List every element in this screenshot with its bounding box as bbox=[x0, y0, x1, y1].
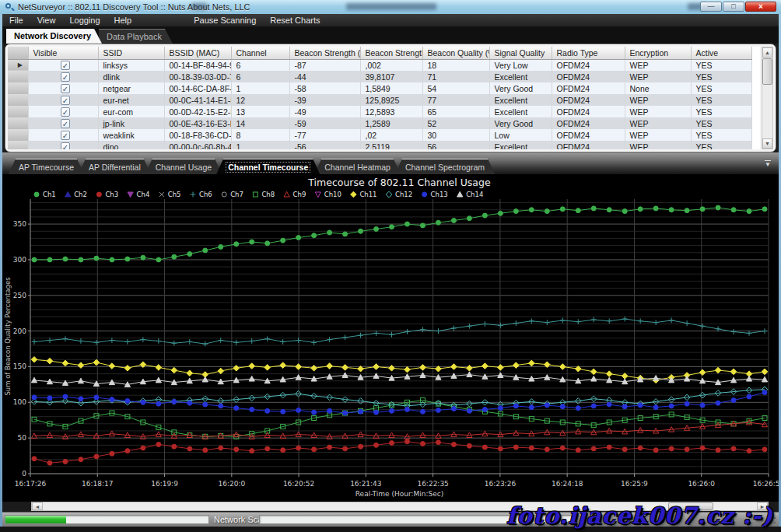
scrollbar-thumb[interactable] bbox=[762, 58, 772, 85]
chart-tabs-overflow-icon[interactable]: ▼ bbox=[765, 160, 771, 168]
cell-active: YES bbox=[691, 71, 751, 82]
cell-active: YES bbox=[691, 106, 751, 117]
cell-encryption: WEP bbox=[625, 59, 691, 71]
menu-logging[interactable]: Logging bbox=[62, 15, 107, 26]
table-row[interactable]: ✓dlink00-18-39-03-0D-7B6-4439,810771Exce… bbox=[8, 71, 751, 82]
chart-tab-channel-heatmap[interactable]: Channel Heatmap bbox=[314, 159, 401, 174]
cell-radio_type: OFDM24 bbox=[552, 59, 625, 71]
chart-tab-channel-timecourse[interactable]: Channel Timecourse bbox=[216, 159, 320, 174]
table-row[interactable]: ✓weaklink00-18-F8-36-CD-438-77,0230LowOF… bbox=[8, 129, 751, 141]
chart-tab-label: Channel Timecourse bbox=[226, 163, 310, 172]
row-selector[interactable] bbox=[8, 106, 28, 117]
cell-ssid: dlink bbox=[98, 71, 164, 82]
scroll-left-icon[interactable]: ◄ bbox=[32, 502, 43, 510]
column-header-beacon_mw[interactable]: Beacon Strength (m... bbox=[360, 47, 422, 59]
cell-channel: 8 bbox=[231, 129, 289, 141]
network-grid: VisibleSSIDBSSID (MAC)ChannelBeacon Stre… bbox=[8, 47, 760, 149]
close-icon[interactable]: × bbox=[745, 2, 776, 12]
chart-tab-channel-spectrogram[interactable]: Channel Spectrogram bbox=[395, 159, 495, 174]
cell-visible: ✓ bbox=[28, 94, 98, 106]
cell-ssid: eur-net bbox=[98, 94, 164, 106]
chart-tab-ap-timecourse[interactable]: AP Timecourse bbox=[9, 159, 84, 174]
cell-visible: ✓ bbox=[28, 129, 98, 141]
cell-beacon_mw: 2,5119 bbox=[360, 141, 422, 149]
row-selector[interactable] bbox=[8, 117, 28, 129]
cell-beacon_dbm: -59 bbox=[289, 117, 360, 129]
cell-beacon_quality: 77 bbox=[422, 94, 489, 106]
table-row[interactable]: ✓netgear00-14-6C-DA-8F-A81-581,584954Ver… bbox=[8, 82, 751, 94]
maximize-icon[interactable]: □ bbox=[723, 2, 744, 12]
row-selector[interactable] bbox=[8, 94, 28, 106]
visible-checkbox[interactable]: ✓ bbox=[61, 72, 70, 82]
chart-tab-channel-usage[interactable]: Channel Usage bbox=[145, 159, 222, 174]
svg-text:16:24:18: 16:24:18 bbox=[552, 480, 583, 488]
background-window-blur bbox=[346, 3, 436, 10]
svg-text:Ch11: Ch11 bbox=[359, 191, 376, 198]
visible-checkbox[interactable]: ✓ bbox=[61, 84, 70, 93]
svg-text:16:18:17: 16:18:17 bbox=[82, 480, 113, 488]
grid-vertical-scrollbar[interactable]: ▲ ▼ bbox=[762, 47, 773, 149]
svg-text:16:20:52: 16:20:52 bbox=[283, 480, 314, 488]
row-selector[interactable] bbox=[8, 141, 28, 149]
menu-help[interactable]: Help bbox=[107, 15, 139, 26]
scroll-down-icon[interactable]: ▼ bbox=[762, 138, 772, 149]
tab-network-discovery[interactable]: Network Discovery bbox=[6, 29, 102, 44]
visible-checkbox[interactable]: ✓ bbox=[61, 107, 70, 117]
legend-item-Ch1: Ch1 bbox=[34, 191, 56, 198]
svg-text:300: 300 bbox=[13, 256, 26, 264]
visible-checkbox[interactable]: ✓ bbox=[61, 142, 70, 149]
column-header-signal_quality[interactable]: Signal Quality bbox=[489, 47, 552, 59]
table-row[interactable]: ✓jp-link00-0E-43-16-E3-D714-591,258952Ve… bbox=[8, 117, 751, 129]
cell-radio_type: OFDM24 bbox=[552, 117, 625, 129]
column-header-visible[interactable]: Visible bbox=[28, 47, 98, 59]
svg-text:200: 200 bbox=[13, 327, 26, 335]
menu-view[interactable]: View bbox=[30, 15, 63, 26]
column-header-encryption[interactable]: Encryption bbox=[625, 47, 691, 59]
cell-ssid: jp-link bbox=[98, 117, 164, 129]
visible-checkbox[interactable]: ✓ bbox=[61, 119, 70, 128]
row-selector[interactable] bbox=[8, 129, 28, 141]
column-header-beacon_dbm[interactable]: Beacon Strength (d... bbox=[289, 47, 360, 59]
visible-checkbox[interactable]: ✓ bbox=[61, 131, 70, 140]
chart-tab-label: Channel Heatmap bbox=[324, 163, 390, 172]
column-header-beacon_quality[interactable]: Beacon Quality (%) bbox=[422, 47, 489, 59]
visible-checkbox[interactable]: ✓ bbox=[61, 96, 70, 105]
row-selector[interactable] bbox=[8, 71, 28, 82]
cell-visible: ✓ bbox=[28, 59, 98, 71]
window-controls: — □ × bbox=[700, 2, 776, 12]
legend-item-Ch14: Ch14 bbox=[457, 191, 484, 198]
menu-action-reset-charts[interactable]: Reset Charts bbox=[263, 15, 327, 26]
column-header-active[interactable]: Active bbox=[691, 47, 751, 59]
legend-item-Ch11: Ch11 bbox=[351, 191, 377, 198]
column-header-ssid[interactable]: SSID bbox=[98, 47, 164, 59]
cell-bssid: 00-00-0c-60-8b-41 bbox=[164, 141, 231, 149]
table-row[interactable]: ✓dino00-00-0c-60-8b-411-562,511956Excell… bbox=[8, 141, 751, 149]
row-selector-arrow-icon[interactable]: ▶ bbox=[8, 59, 28, 71]
cell-ssid: dino bbox=[98, 141, 164, 149]
menu-action-pause-scanning[interactable]: Pause Scanning bbox=[187, 15, 263, 26]
scroll-up-icon[interactable]: ▲ bbox=[762, 47, 772, 58]
visible-checkbox[interactable]: ✓ bbox=[61, 61, 70, 70]
minimize-icon[interactable]: — bbox=[700, 2, 722, 12]
tab-data-playback[interactable]: Data Playback bbox=[99, 29, 173, 44]
chart-tab-ap-differential[interactable]: AP Differential bbox=[79, 159, 151, 174]
cell-ssid: eur-com bbox=[98, 106, 164, 117]
column-header-bssid[interactable]: BSSID (MAC) bbox=[164, 47, 231, 59]
column-header-radio_type[interactable]: Radio Type bbox=[552, 47, 625, 59]
row-selector[interactable] bbox=[8, 82, 28, 94]
table-row[interactable]: ▶✓linksys00-14-BF-84-94-926-87,00218Very… bbox=[8, 59, 751, 71]
svg-text:Ch1: Ch1 bbox=[43, 191, 56, 198]
cell-ssid: netgear bbox=[98, 82, 164, 94]
cell-bssid: 00-0C-41-14-E1-D5 bbox=[164, 94, 231, 106]
menu-file[interactable]: File bbox=[2, 15, 30, 26]
column-header-channel[interactable]: Channel bbox=[231, 47, 289, 59]
cell-channel: 6 bbox=[231, 71, 289, 82]
svg-text:16:23:26: 16:23:26 bbox=[485, 480, 517, 488]
table-row[interactable]: ✓eur-net00-0C-41-14-E1-D512-39125,892577… bbox=[8, 94, 751, 106]
cell-channel: 6 bbox=[231, 59, 289, 71]
table-row[interactable]: ✓eur-com00-0D-42-15-E2-D613-4912,589365E… bbox=[8, 106, 751, 117]
cell-visible: ✓ bbox=[28, 117, 98, 129]
cell-bssid: 00-0E-43-16-E3-D7 bbox=[164, 117, 231, 129]
series-Ch1 bbox=[32, 205, 767, 262]
cell-channel: 1 bbox=[231, 141, 289, 149]
